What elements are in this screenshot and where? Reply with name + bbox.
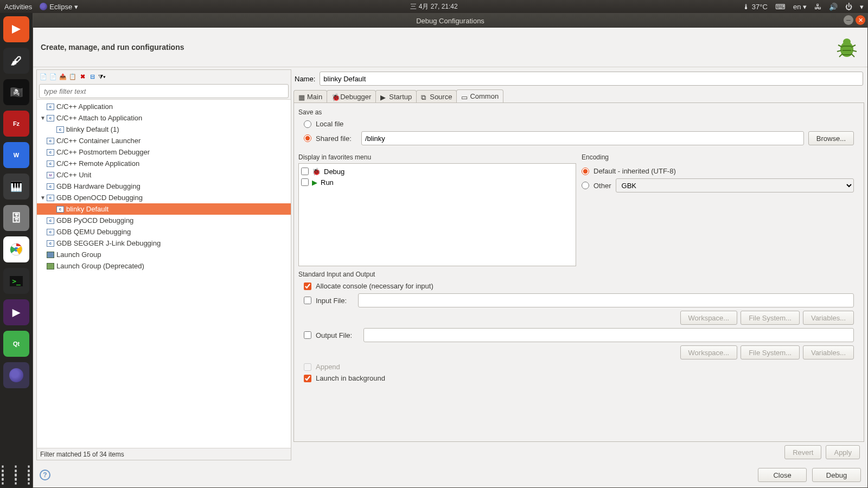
app-menu[interactable]: Eclipse ▾	[40, 3, 78, 11]
tab-debugger[interactable]: 🐞Debugger	[327, 90, 376, 102]
tree-item[interactable]: ▼cGDB OpenOCD Debugging	[37, 192, 291, 203]
tree-item[interactable]: cGDB PyOCD Debugging	[37, 215, 291, 226]
tree-item[interactable]: ▼cC/C++ Attach to Application	[37, 112, 291, 124]
tab-common-body: Save as Local file Shared file: Browse..…	[293, 103, 864, 442]
output-file-check[interactable]	[304, 331, 311, 339]
tree-item[interactable]: cC/C++ Container Launcher	[37, 135, 291, 146]
close-button[interactable]: Close	[758, 468, 807, 482]
launcher-item[interactable]: Qt	[3, 331, 29, 357]
tab-startup[interactable]: ▶Startup	[375, 90, 417, 102]
tree-item-label: GDB SEGGER J-Link Debugging	[56, 239, 161, 247]
launcher-item[interactable]: 🖌	[3, 48, 29, 74]
volume-icon[interactable]: 🔊	[829, 3, 838, 11]
delete-icon[interactable]: ✖	[78, 72, 87, 81]
tree-item-label: C/C++ Postmortem Debugger	[56, 148, 150, 156]
dialog-header: Create, manage, and run configurations	[33, 28, 867, 67]
config-type-icon	[47, 263, 54, 269]
tree-item-label: blinky Default (1)	[66, 125, 119, 133]
tab-label: Common	[470, 92, 499, 100]
fav-run-label: Run	[321, 178, 334, 187]
tree-item[interactable]: cGDB Hardware Debugging	[37, 181, 291, 192]
input-file-check[interactable]	[304, 297, 311, 304]
tree-item[interactable]: cC/C++ Remote Application	[37, 158, 291, 169]
config-type-icon: c	[47, 138, 54, 144]
gnome-top-panel: Activities Eclipse ▾ 三 4月 27, 21:42 🌡 37…	[0, 0, 868, 13]
encoding-default-label: Default - inherited (UTF-8)	[593, 167, 676, 175]
eclipse-icon	[40, 3, 47, 10]
fav-run-check[interactable]	[301, 178, 309, 186]
help-icon[interactable]: ?	[40, 470, 50, 480]
launcher-item[interactable]: Fz	[3, 111, 29, 137]
show-apps-icon[interactable]: ⋮⋮⋮⋮⋮⋮⋮⋮⋮	[3, 462, 29, 488]
launcher-item[interactable]: 🎹	[3, 174, 29, 200]
tab-label: Source	[430, 93, 452, 101]
page-title: Create, manage, and run configurations	[41, 43, 184, 52]
window-titlebar[interactable]: Debug Configurations ─ ✕	[33, 14, 867, 28]
local-file-radio[interactable]	[304, 120, 311, 128]
launcher-item[interactable]: 🗄	[3, 205, 29, 231]
tab-source[interactable]: ⧉Source	[416, 90, 457, 102]
twisty-icon: ▼	[40, 195, 47, 201]
fav-debug-check[interactable]	[301, 168, 309, 175]
shared-file-label: Shared file:	[316, 134, 357, 143]
tree-item[interactable]: cblinky Default	[37, 203, 291, 215]
input-file-label: Input File:	[316, 297, 354, 305]
language-indicator[interactable]: en ▾	[793, 3, 807, 11]
activities-button[interactable]: Activities	[4, 3, 32, 11]
launcher-item[interactable]	[3, 362, 29, 388]
new-proto-icon[interactable]: 📄	[49, 72, 58, 81]
encoding-other-radio[interactable]	[582, 182, 589, 189]
network-icon[interactable]: 🖧	[814, 3, 821, 11]
shared-file-radio[interactable]	[304, 134, 311, 142]
clock[interactable]: 三 4月 27, 21:42	[410, 2, 457, 11]
shared-file-input[interactable]	[361, 131, 804, 145]
tree-item[interactable]: cGDB SEGGER J-Link Debugging	[37, 237, 291, 249]
encoding-select[interactable]: GBK	[616, 178, 854, 192]
tree-item[interactable]: cblinky Default (1)	[37, 124, 291, 135]
launcher-item[interactable]: >_	[3, 268, 29, 294]
config-type-icon: c	[47, 160, 54, 167]
encoding-other-label: Other	[593, 182, 611, 190]
keyboard-icon[interactable]: ⌨	[775, 3, 786, 11]
launcher-item[interactable]: 🏴‍☠️	[3, 79, 29, 105]
debug-button[interactable]: Debug	[812, 468, 861, 482]
encoding-default-radio[interactable]	[582, 168, 589, 175]
chevron-down-icon[interactable]: ▾	[860, 3, 864, 11]
allocate-console-check[interactable]	[304, 282, 311, 290]
browse-button[interactable]: Browse...	[808, 131, 854, 145]
new-config-icon[interactable]: 📄	[39, 72, 48, 81]
dialog-footer: ? Close Debug	[33, 463, 867, 487]
launcher-item[interactable]	[3, 236, 29, 262]
tab-common[interactable]: ▭Common	[456, 89, 503, 102]
tab-icon: ▦	[298, 93, 305, 100]
tab-icon: 🐞	[331, 93, 338, 100]
bug-icon: 🐞	[312, 168, 321, 176]
power-icon[interactable]: ⏻	[845, 3, 852, 11]
config-type-icon: c	[47, 240, 54, 247]
tab-main[interactable]: ▦Main	[293, 90, 327, 102]
duplicate-icon[interactable]: 📋	[68, 72, 77, 81]
tree-item[interactable]: cGDB QEMU Debugging	[37, 226, 291, 237]
tree-item[interactable]: cC/C++ Application	[37, 101, 291, 112]
debug-configurations-window: Debug Configurations ─ ✕ Create, manage,…	[33, 13, 868, 488]
tree-item[interactable]: cC/C++ Postmortem Debugger	[37, 146, 291, 158]
export-icon[interactable]: 📤	[59, 72, 67, 81]
config-tree[interactable]: cC/C++ Application▼cC/C++ Attach to Appl…	[37, 99, 291, 448]
minimize-button[interactable]: ─	[844, 15, 853, 25]
output-workspace-button: Workspace...	[680, 345, 738, 359]
launch-background-check[interactable]	[304, 375, 311, 382]
tree-item[interactable]: Launch Group	[37, 249, 291, 260]
launcher-item[interactable]: ▶	[3, 299, 29, 325]
launcher-item[interactable]	[3, 16, 29, 42]
tree-item[interactable]: uC/C++ Unit	[37, 169, 291, 181]
collapse-icon[interactable]: ⊟	[88, 72, 97, 81]
close-button[interactable]: ✕	[856, 15, 865, 25]
temperature-indicator[interactable]: 🌡 37°C	[743, 3, 768, 11]
config-type-icon: c	[47, 229, 54, 235]
filter-input[interactable]	[39, 84, 289, 98]
tree-item[interactable]: Launch Group (Deprecated)	[37, 260, 291, 272]
tree-item-label: GDB QEMU Debugging	[56, 228, 131, 236]
filter-menu-icon[interactable]: ⧩▾	[98, 72, 106, 81]
name-input[interactable]	[320, 72, 863, 86]
launcher-item[interactable]: W	[3, 142, 29, 168]
